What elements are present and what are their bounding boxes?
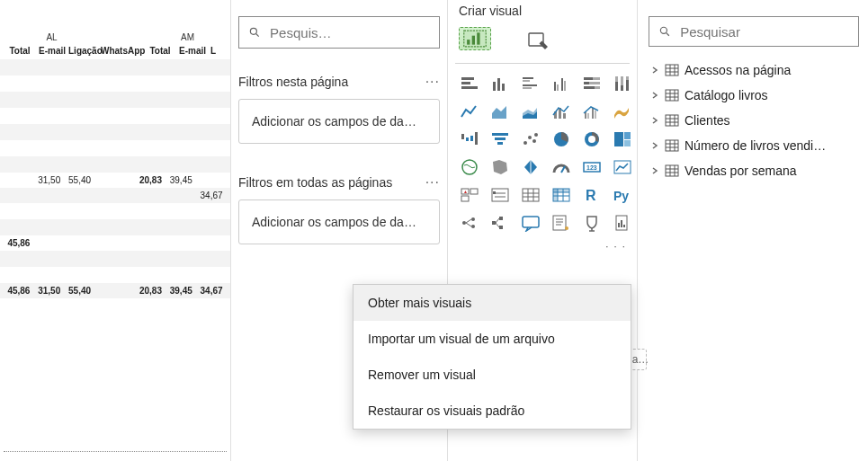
svg-rect-40: [587, 113, 589, 119]
visualizations-pane: Criar visual 123▲RPy · · · Obter mais vi…: [448, 0, 637, 461]
visual-map-icon[interactable]: [457, 156, 482, 178]
filters-all-section: Filtros em todas as páginas ··· Adiciona…: [238, 174, 440, 244]
visual-py-visual-icon[interactable]: Py: [610, 184, 635, 206]
table-cell: 55,40: [65, 175, 95, 185]
filters-all-title: Filtros em todas as páginas: [238, 175, 392, 190]
ctx-import-visual[interactable]: Importar um visual de um arquivo: [353, 321, 631, 357]
ctx-get-more-visuals[interactable]: Obter mais visuais: [353, 285, 631, 321]
table-cell: [136, 191, 166, 200]
visual-goals-icon[interactable]: [579, 212, 604, 234]
search-icon: [248, 25, 261, 40]
format-visual-tab[interactable]: [522, 27, 554, 56]
svg-point-51: [528, 136, 532, 139]
field-table-row[interactable]: Vendas por semana: [649, 158, 859, 183]
visual-funnel-icon[interactable]: [488, 129, 513, 150]
field-table-row[interactable]: Clientes: [649, 108, 859, 133]
visual-scatter-icon[interactable]: [518, 129, 543, 150]
visual-clustered-column-icon[interactable]: [549, 73, 574, 94]
visual-line-column-icon[interactable]: [549, 101, 574, 122]
table-row: [0, 124, 230, 140]
visual-gallery-more[interactable]: · · ·: [455, 239, 630, 253]
filters-all-more-icon[interactable]: ···: [425, 174, 440, 191]
filters-all-dropzone[interactable]: Adicionar os campos de da…: [238, 199, 440, 244]
svg-rect-26: [595, 86, 600, 89]
visual-paginated-icon[interactable]: [610, 212, 635, 234]
visual-stacked-bar-icon[interactable]: [457, 73, 482, 94]
visual-stacked-area-icon[interactable]: [518, 101, 543, 122]
visual-area-icon[interactable]: [488, 101, 513, 122]
visual-waterfall-icon[interactable]: [457, 129, 482, 150]
visual-line-icon[interactable]: [457, 101, 482, 122]
visual-treemap-icon[interactable]: [610, 129, 635, 150]
svg-rect-44: [466, 137, 469, 141]
visual-kpi-icon[interactable]: [610, 156, 635, 178]
field-table-row[interactable]: Catálogo livros: [649, 83, 859, 108]
visual-azure-map-icon[interactable]: [518, 156, 543, 178]
filters-page-more-icon[interactable]: ···: [425, 74, 440, 90]
ctx-remove-visual[interactable]: Remover um visual: [353, 357, 631, 393]
fields-search-box[interactable]: [649, 16, 859, 47]
svg-rect-14: [523, 80, 530, 82]
svg-point-0: [250, 28, 256, 34]
filter-search-input[interactable]: [270, 25, 430, 40]
svg-point-102: [565, 226, 568, 230]
group-label-al: AL: [36, 32, 67, 42]
svg-text:123: 123: [586, 164, 597, 171]
table-row: [0, 59, 230, 75]
visual-stacked-column-icon[interactable]: [488, 73, 513, 94]
build-visual-tab[interactable]: [459, 27, 491, 50]
table-cell: [65, 191, 95, 200]
visual-decomposition-icon[interactable]: [488, 212, 513, 234]
svg-rect-58: [624, 132, 631, 139]
field-table-row[interactable]: Acessos na página: [649, 58, 859, 83]
svg-rect-17: [554, 82, 556, 91]
filter-search-box[interactable]: [238, 16, 440, 49]
field-table-row[interactable]: Número de livros vendi…: [649, 133, 859, 158]
filters-page-dropzone[interactable]: Adicionar os campos de da…: [238, 99, 440, 144]
svg-rect-20: [564, 81, 566, 91]
table-cell: 39,45: [166, 175, 196, 185]
svg-line-110: [667, 33, 669, 36]
visual-clustered-bar-icon[interactable]: [518, 73, 543, 94]
svg-point-87: [462, 221, 466, 225]
table-cell: [34, 238, 65, 248]
svg-rect-108: [623, 225, 625, 227]
ctx-restore-defaults[interactable]: Restaurar os visuais padrão: [353, 393, 631, 429]
fields-search-input[interactable]: [680, 24, 849, 40]
visual-narrative-icon[interactable]: [549, 212, 574, 234]
visual-matrix-icon[interactable]: [549, 184, 574, 206]
svg-rect-96: [499, 226, 503, 229]
table-body: 31,5055,4020,8339,4534,67 45,86 45,8631,…: [0, 59, 230, 298]
svg-rect-30: [621, 76, 623, 85]
svg-rect-121: [666, 115, 678, 126]
visual-r-visual-icon[interactable]: R: [579, 184, 604, 206]
visual-line-clustered-icon[interactable]: [579, 101, 604, 122]
visual-donut-icon[interactable]: [579, 129, 604, 150]
visual-pie-icon[interactable]: [549, 129, 574, 150]
visual-multi-card-icon[interactable]: ▲: [457, 184, 482, 206]
visual-gauge-icon[interactable]: [549, 156, 574, 178]
visual-slicer-icon[interactable]: [488, 184, 513, 206]
visual-table-icon[interactable]: [518, 184, 543, 206]
svg-rect-69: [492, 189, 508, 201]
table-cell: [4, 191, 34, 200]
svg-rect-18: [557, 84, 559, 91]
svg-rect-38: [563, 113, 566, 119]
table-column-row: Total E-mail Ligação WhatsApp Total E-ma…: [0, 46, 230, 56]
svg-rect-13: [523, 77, 533, 79]
visual-key-influencers-icon[interactable]: [457, 212, 482, 234]
group-label-am: AM: [172, 32, 203, 42]
svg-rect-111: [666, 65, 678, 75]
table-cell: 34,67: [196, 191, 227, 200]
visual-100-stacked-column-icon[interactable]: [610, 73, 635, 94]
visual-filled-map-icon[interactable]: [488, 156, 513, 178]
svg-rect-41: [592, 108, 594, 119]
visual-card-icon[interactable]: 123: [579, 156, 604, 178]
visual-ribbon-icon[interactable]: [610, 101, 635, 122]
visual-100-stacked-bar-icon[interactable]: [579, 73, 604, 94]
col-email-1: E-mail: [36, 46, 68, 56]
table-cell: 34,67: [196, 286, 227, 296]
svg-point-91: [471, 225, 475, 228]
col-total-1: Total: [4, 46, 36, 56]
visual-qa-icon[interactable]: [518, 212, 543, 234]
